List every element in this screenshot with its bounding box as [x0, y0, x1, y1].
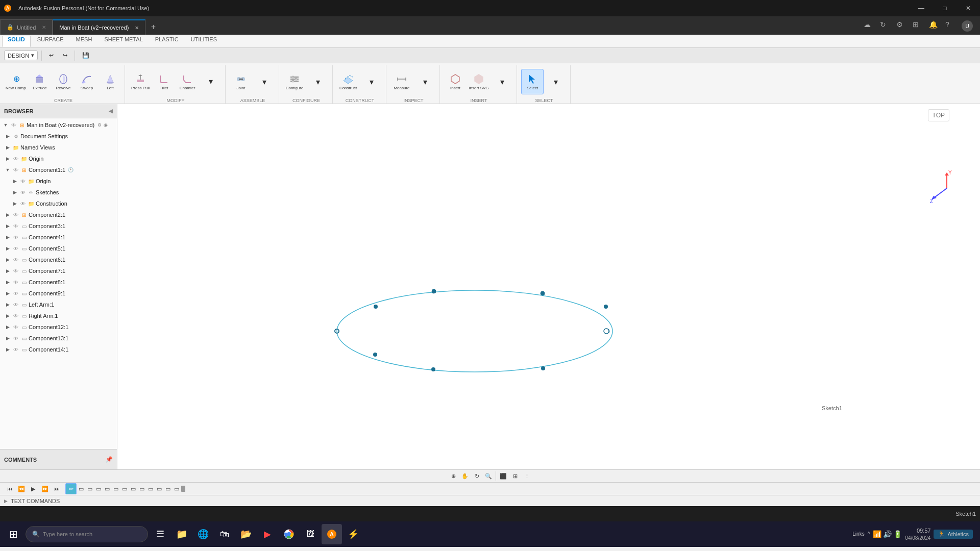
- tree-eye-comp13[interactable]: 👁: [12, 335, 19, 342]
- tree-eye-comp9[interactable]: 👁: [12, 290, 19, 297]
- tree-item-doc-settings[interactable]: ▶ ⚙ Document Settings: [0, 131, 117, 142]
- nav-end[interactable]: ⏭: [51, 483, 62, 494]
- settings-icon[interactable]: ⚙: [896, 20, 911, 35]
- modify-more-button[interactable]: ▾: [200, 69, 222, 94]
- tab-untitled[interactable]: 🔒 Untitled ✕: [0, 19, 53, 35]
- pan-btn[interactable]: ✋: [459, 470, 471, 482]
- comments-pin[interactable]: 📌: [106, 456, 113, 463]
- sketch-canvas[interactable]: Sketch1: [117, 104, 980, 469]
- orbit-btn[interactable]: ↻: [471, 470, 482, 482]
- athletics-badge[interactable]: 🏃 Athletics: [934, 530, 973, 539]
- tab-man-in-boat[interactable]: Man in Boat (v2~recovered) ✕: [53, 19, 145, 35]
- tree-item-component12[interactable]: ▶ 👁 ▭ Component12:1: [0, 321, 117, 333]
- tab-mesh[interactable]: MESH: [70, 36, 98, 47]
- press-pull-button[interactable]: Press Pull: [129, 69, 152, 94]
- tl-icon-2[interactable]: ▭: [86, 483, 94, 494]
- tree-eye-construction[interactable]: 👁: [19, 200, 27, 207]
- tree-eye-sketches[interactable]: 👁: [19, 189, 27, 196]
- cloud-save-icon[interactable]: ☁: [864, 20, 878, 35]
- inspect-more-button[interactable]: ▾: [414, 69, 436, 94]
- close-button[interactable]: ✕: [957, 0, 980, 16]
- refresh-icon[interactable]: ↻: [880, 20, 894, 35]
- help-icon[interactable]: ?: [945, 20, 960, 35]
- taskbar-search-box[interactable]: 🔍 Type here to search: [26, 526, 148, 542]
- taskbar-files[interactable]: 📂: [236, 524, 256, 544]
- tl-icon-1[interactable]: ▭: [77, 483, 85, 494]
- nav-next[interactable]: ⏩: [39, 483, 51, 494]
- grid-icon[interactable]: ⊞: [913, 20, 927, 35]
- sweep-button[interactable]: Sweep: [76, 69, 98, 94]
- tl-icon-9[interactable]: ▭: [146, 483, 155, 494]
- browser-collapse-btn[interactable]: ◀: [109, 108, 113, 114]
- tree-item-left-arm[interactable]: ▶ 👁 ▭ Left Arm:1: [0, 299, 117, 310]
- tab-surface[interactable]: SURFACE: [32, 36, 69, 47]
- taskbar-store[interactable]: 🛍: [214, 524, 235, 544]
- tree-eye-comp4[interactable]: 👁: [12, 234, 19, 241]
- tree-eye-comp7[interactable]: 👁: [12, 267, 19, 274]
- tree-eye-left-arm[interactable]: 👁: [12, 301, 19, 308]
- taskbar-edge[interactable]: 🌐: [193, 524, 213, 544]
- tl-icon-5[interactable]: ▭: [112, 483, 120, 494]
- tl-icon-12[interactable]: ▭: [173, 483, 181, 494]
- tree-item-component6[interactable]: ▶ 👁 ▭ Component6:1: [0, 254, 117, 265]
- tab-active-close-icon[interactable]: ✕: [135, 25, 139, 31]
- configure-more-button[interactable]: ▾: [307, 69, 329, 94]
- tl-icon-3[interactable]: ▭: [94, 483, 103, 494]
- revolve-button[interactable]: Revolve: [52, 69, 75, 94]
- notification-icon[interactable]: 🔔: [929, 20, 943, 35]
- tab-utilities[interactable]: UTILITIES: [185, 36, 223, 47]
- taskbar-fusion[interactable]: A: [322, 524, 342, 544]
- insert-svg-button[interactable]: Insert SVG: [468, 69, 490, 94]
- display-mode-btn[interactable]: ⬛: [498, 470, 509, 482]
- assemble-more-button[interactable]: ▾: [253, 69, 276, 94]
- tree-eye-root[interactable]: 👁: [10, 121, 17, 129]
- tree-item-component9[interactable]: ▶ 👁 ▭ Component9:1: [0, 288, 117, 299]
- construct-more-button[interactable]: ▾: [360, 69, 383, 94]
- tree-item-component7[interactable]: ▶ 👁 ▭ Component7:1: [0, 265, 117, 277]
- tab-sheet-metal[interactable]: SHEET METAL: [99, 36, 148, 47]
- nav-prev[interactable]: ⏪: [16, 483, 27, 494]
- tree-item-origin[interactable]: ▶ 👁 📁 Origin: [0, 153, 117, 164]
- chamfer-button[interactable]: Chamfer: [176, 69, 199, 94]
- maximize-button[interactable]: □: [933, 0, 957, 16]
- tree-item-right-arm[interactable]: ▶ 👁 ▭ Right Arm:1: [0, 310, 117, 321]
- camera-btn[interactable]: ⊕: [448, 470, 459, 482]
- tree-item-comp1-origin[interactable]: ▶ 👁 📁 Origin: [0, 176, 117, 187]
- tab-solid[interactable]: SOLID: [2, 36, 31, 47]
- tl-icon-7[interactable]: ▭: [129, 483, 137, 494]
- fillet-button[interactable]: Fillet: [153, 69, 175, 94]
- taskbar-app-extra[interactable]: ⚡: [343, 524, 363, 544]
- tree-item-component1[interactable]: ▼ 👁 ⊞ Component1:1 🕐: [0, 164, 117, 176]
- tab-add-button[interactable]: +: [145, 19, 161, 35]
- joint-button[interactable]: Joint: [230, 69, 252, 94]
- offset-plane-button[interactable]: Construct: [337, 69, 359, 94]
- tree-eye-comp3[interactable]: 👁: [12, 222, 19, 230]
- tl-icon-8[interactable]: ▭: [138, 483, 146, 494]
- canvas-area[interactable]: TOP Y Z: [117, 104, 980, 469]
- tl-icon-6[interactable]: ▭: [120, 483, 129, 494]
- tl-icon-11[interactable]: ▭: [164, 483, 172, 494]
- user-avatar[interactable]: U: [962, 20, 976, 35]
- insert-mesh-button[interactable]: Insert: [444, 69, 467, 94]
- tree-item-sketches[interactable]: ▶ 👁 ✏ Sketches: [0, 187, 117, 198]
- select-more-button[interactable]: ▾: [545, 69, 567, 94]
- tree-eye-comp14[interactable]: 👁: [12, 346, 19, 353]
- tl-icon-4[interactable]: ▭: [103, 483, 111, 494]
- nav-play[interactable]: ▶: [28, 483, 39, 494]
- windows-start-button[interactable]: ⊞: [3, 524, 23, 544]
- nav-start[interactable]: ⏮: [4, 483, 15, 494]
- tree-eye-origin[interactable]: 👁: [12, 155, 19, 162]
- tree-item-component3[interactable]: ▶ 👁 ▭ Component3:1: [0, 220, 117, 232]
- taskbar-photos[interactable]: 🖼: [300, 524, 321, 544]
- timeline-active-sketch[interactable]: ✏: [65, 483, 77, 494]
- tree-item-component13[interactable]: ▶ 👁 ▭ Component13:1: [0, 333, 117, 344]
- tree-item-component5[interactable]: ▶ 👁 ▭ Component5:1: [0, 243, 117, 254]
- tree-item-component8[interactable]: ▶ 👁 ▭ Component8:1: [0, 277, 117, 288]
- tab-plastic[interactable]: PLASTIC: [150, 36, 184, 47]
- extrude-button[interactable]: Extrude: [29, 69, 51, 94]
- zoom-btn[interactable]: 🔍: [483, 470, 494, 482]
- tree-eye-comp2[interactable]: 👁: [12, 211, 19, 218]
- design-dropdown[interactable]: DESIGN ▾: [4, 51, 38, 60]
- new-component-button[interactable]: ⊕ New Comp.: [5, 69, 28, 94]
- tree-eye-comp8[interactable]: 👁: [12, 279, 19, 286]
